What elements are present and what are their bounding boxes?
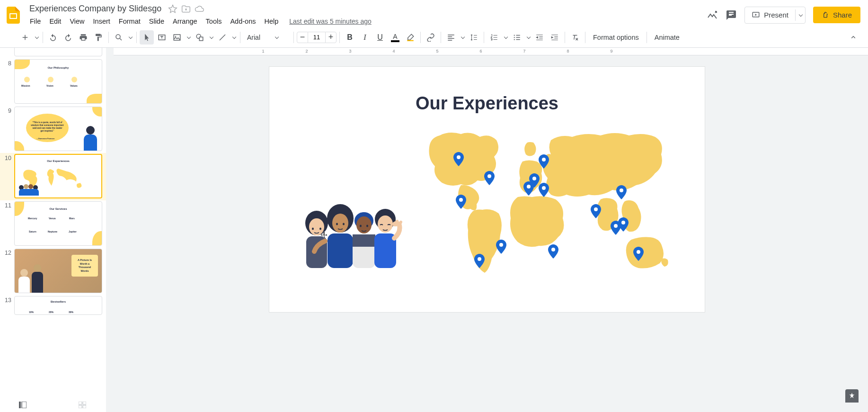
cloud-status-icon[interactable] xyxy=(195,4,204,14)
paint-format-button[interactable] xyxy=(91,30,106,45)
new-slide-dropdown[interactable] xyxy=(33,30,40,45)
svg-point-43 xyxy=(366,225,368,227)
font-selector[interactable]: Arial xyxy=(243,32,291,43)
slide-thumb[interactable]: A Picture Is Worth a Thousand Words xyxy=(14,249,102,293)
svg-point-12 xyxy=(457,155,461,159)
svg-point-19 xyxy=(542,158,546,161)
menu-file[interactable]: File xyxy=(27,16,44,27)
slide-thumb[interactable]: Bestsellers 10% 20% 30% xyxy=(14,296,102,315)
present-label: Present xyxy=(764,11,788,19)
undo-button[interactable] xyxy=(46,30,60,45)
slide-panel[interactable]: 8 Our Philosophy Mission Vision Values 9… xyxy=(0,48,106,412)
share-button[interactable]: Share xyxy=(813,7,860,23)
present-button[interactable]: Present xyxy=(744,7,806,24)
svg-point-35 xyxy=(336,223,338,225)
indent-decrease-button[interactable] xyxy=(532,30,547,45)
slide-thumb[interactable]: “This is a quote, words full of wisdom t… xyxy=(14,107,102,151)
shape-tool[interactable] xyxy=(193,30,207,45)
line-spacing-button[interactable] xyxy=(467,30,481,45)
present-dropdown[interactable] xyxy=(795,9,805,21)
menu-bar: File Edit View Insert Format Slide Arran… xyxy=(27,16,707,27)
doc-title[interactable]: Experiences Company by Slidesgo xyxy=(27,3,164,15)
comments-icon[interactable] xyxy=(726,9,737,21)
svg-point-30 xyxy=(312,228,314,230)
format-options-button[interactable]: Format options xyxy=(588,31,644,44)
svg-rect-48 xyxy=(22,402,27,408)
line-dropdown[interactable] xyxy=(230,30,237,45)
animate-button[interactable]: Animate xyxy=(650,31,684,44)
line-tool[interactable] xyxy=(215,30,230,45)
bulleted-list-button[interactable] xyxy=(510,30,524,45)
svg-rect-52 xyxy=(83,405,86,408)
people-illustration[interactable] xyxy=(288,204,407,268)
app-header: Experiences Company by Slidesgo File Edi… xyxy=(0,0,868,27)
move-folder-icon[interactable] xyxy=(181,4,191,14)
toolbar-collapse-button[interactable] xyxy=(846,30,860,45)
image-tool[interactable] xyxy=(170,30,184,45)
textbox-tool[interactable] xyxy=(155,30,169,45)
link-button[interactable] xyxy=(424,30,438,45)
title-area: Experiences Company by Slidesgo File Edi… xyxy=(23,3,707,27)
svg-point-18 xyxy=(532,177,536,180)
text-color-button[interactable]: A xyxy=(388,30,402,45)
menu-insert[interactable]: Insert xyxy=(90,16,114,27)
slide-number: 11 xyxy=(2,201,11,209)
menu-edit[interactable]: Edit xyxy=(46,16,64,27)
print-button[interactable] xyxy=(76,30,90,45)
indent-increase-button[interactable] xyxy=(548,30,562,45)
highlight-button[interactable] xyxy=(403,30,417,45)
bold-button[interactable]: B xyxy=(343,30,357,45)
menu-addons[interactable]: Add-ons xyxy=(227,16,259,27)
redo-button[interactable] xyxy=(61,30,75,45)
svg-point-17 xyxy=(527,185,531,188)
menu-slide[interactable]: Slide xyxy=(146,16,168,27)
star-icon[interactable] xyxy=(168,4,177,14)
menu-format[interactable]: Format xyxy=(115,16,144,27)
slide-thumb-active[interactable]: Our Experiences xyxy=(14,154,102,198)
slides-logo[interactable] xyxy=(4,6,23,25)
world-map-graphic[interactable] xyxy=(425,128,691,289)
svg-rect-51 xyxy=(79,405,82,408)
activity-icon[interactable] xyxy=(707,9,718,21)
horizontal-ruler: 1 2 3 4 5 6 7 8 9 xyxy=(114,48,868,55)
menu-help[interactable]: Help xyxy=(261,16,282,27)
font-size-increase[interactable]: + xyxy=(325,32,337,43)
slide-thumb[interactable]: Our Philosophy Mission Vision Values xyxy=(14,59,102,104)
zoom-dropdown[interactable] xyxy=(127,30,133,45)
slide-thumb[interactable] xyxy=(14,48,102,56)
svg-rect-41 xyxy=(353,234,375,247)
font-size-decrease[interactable]: − xyxy=(297,32,308,43)
slide-row-12: 12 A Picture Is Worth a Thousand Words xyxy=(0,248,106,295)
slide-thumb[interactable]: Our Services Mercury Venus Mars Saturn N… xyxy=(14,201,102,246)
align-dropdown[interactable] xyxy=(459,30,466,45)
shape-dropdown[interactable] xyxy=(208,30,214,45)
menu-arrange[interactable]: Arrange xyxy=(169,16,201,27)
slide-number: 8 xyxy=(2,59,11,67)
svg-point-42 xyxy=(360,225,362,227)
svg-rect-49 xyxy=(79,402,82,404)
menu-view[interactable]: View xyxy=(66,16,88,27)
explore-button[interactable] xyxy=(845,389,859,403)
image-dropdown[interactable] xyxy=(185,30,192,45)
slide-title-text[interactable]: Our Experiences xyxy=(269,93,705,114)
svg-rect-34 xyxy=(328,233,353,268)
select-tool[interactable] xyxy=(140,30,154,45)
svg-point-39 xyxy=(356,216,372,233)
svg-point-14 xyxy=(459,198,463,202)
new-slide-button[interactable] xyxy=(18,30,32,45)
filmstrip-view-icon[interactable] xyxy=(19,402,27,408)
underline-button[interactable]: U xyxy=(373,30,387,45)
menu-tools[interactable]: Tools xyxy=(203,16,225,27)
last-edit-link[interactable]: Last edit was 5 minutes ago xyxy=(289,18,372,25)
canvas-area[interactable]: 1 2 3 4 5 6 7 8 9 Our Experiences xyxy=(106,48,868,412)
zoom-button[interactable] xyxy=(112,30,126,45)
bulleted-list-dropdown[interactable] xyxy=(525,30,531,45)
slide-canvas[interactable]: Our Experiences xyxy=(269,67,705,312)
grid-view-icon[interactable] xyxy=(79,402,86,408)
align-button[interactable] xyxy=(444,30,458,45)
clear-formatting-button[interactable] xyxy=(568,30,582,45)
font-size-input[interactable] xyxy=(308,32,325,43)
numbered-list-dropdown[interactable] xyxy=(502,30,509,45)
numbered-list-button[interactable] xyxy=(487,30,501,45)
italic-button[interactable]: I xyxy=(358,30,372,45)
